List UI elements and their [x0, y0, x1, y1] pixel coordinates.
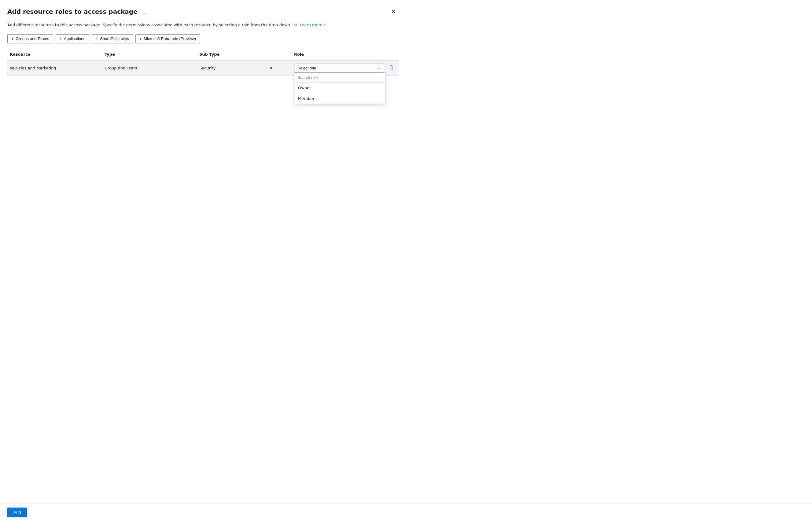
- delete-row-button[interactable]: [388, 64, 395, 71]
- close-button[interactable]: ✕: [389, 7, 399, 16]
- resource-cell: sg-Sales and Marketing: [7, 63, 102, 73]
- plus-icon: +: [60, 37, 62, 41]
- delete-cell: [387, 63, 399, 73]
- role-dropdown-wrapper: Select role ⌄ Owner Member: [294, 64, 384, 72]
- applications-label: Applications: [64, 37, 85, 41]
- plus-icon: +: [96, 37, 98, 41]
- member-option[interactable]: Member: [295, 93, 386, 104]
- table-header: Resource Type Sub Type Role: [7, 48, 399, 61]
- type-column-header: Type: [102, 51, 197, 58]
- subtype-column-header: Sub Type: [197, 51, 292, 58]
- title-row: Add resource roles to access package ...: [7, 8, 149, 16]
- resource-column-header: Resource: [7, 51, 102, 58]
- plus-icon: +: [139, 37, 142, 41]
- dialog-panel: Add resource roles to access package ...…: [0, 0, 406, 260]
- delete-icon: [389, 65, 394, 70]
- validation-indicator: [226, 66, 228, 70]
- owner-option[interactable]: Owner: [295, 83, 386, 93]
- table-row: sg-Sales and Marketing Group and Team Se…: [7, 61, 399, 76]
- groups-teams-label: Groups and Teams: [16, 37, 49, 41]
- chevron-down-icon: ⌄: [377, 66, 380, 70]
- subtype-cell: Security: [197, 63, 292, 73]
- dialog-title: Add resource roles to access package: [7, 8, 138, 15]
- entra-label: Microsoft Entra role (Preview): [144, 37, 196, 41]
- groups-teams-button[interactable]: + Groups and Teams: [7, 34, 53, 43]
- actions-column-header: [387, 51, 399, 58]
- search-role-input[interactable]: [295, 73, 386, 83]
- dialog-header: Add resource roles to access package ...…: [7, 7, 399, 16]
- main-content: + Groups and Teams + Applications + Shar…: [7, 34, 399, 94]
- toolbar: + Groups and Teams + Applications + Shar…: [7, 34, 399, 43]
- entra-button[interactable]: + Microsoft Entra role (Preview): [135, 34, 200, 43]
- external-link-icon: ↗: [323, 23, 326, 27]
- role-column-header: Role: [292, 51, 387, 58]
- sharepoint-label: SharePoint sites: [100, 37, 129, 41]
- sharepoint-button[interactable]: + SharePoint sites: [92, 34, 133, 43]
- learn-more-link[interactable]: Learn more↗: [300, 23, 326, 27]
- type-cell: Group and Team: [102, 63, 197, 73]
- plus-icon: +: [11, 37, 14, 41]
- description: Add different resources to this access p…: [7, 22, 399, 28]
- select-role-label: Select role: [298, 66, 316, 70]
- role-dropdown-panel: Owner Member: [294, 72, 386, 104]
- applications-button[interactable]: + Applications: [56, 34, 89, 43]
- description-text: Add different resources to this access p…: [7, 23, 298, 27]
- select-role-button[interactable]: Select role ⌄: [294, 64, 384, 72]
- table-container: Resource Type Sub Type Role sg-Sales and…: [7, 48, 399, 76]
- ellipsis-button[interactable]: ...: [141, 8, 149, 16]
- role-cell: Select role ⌄ Owner Member: [292, 61, 387, 75]
